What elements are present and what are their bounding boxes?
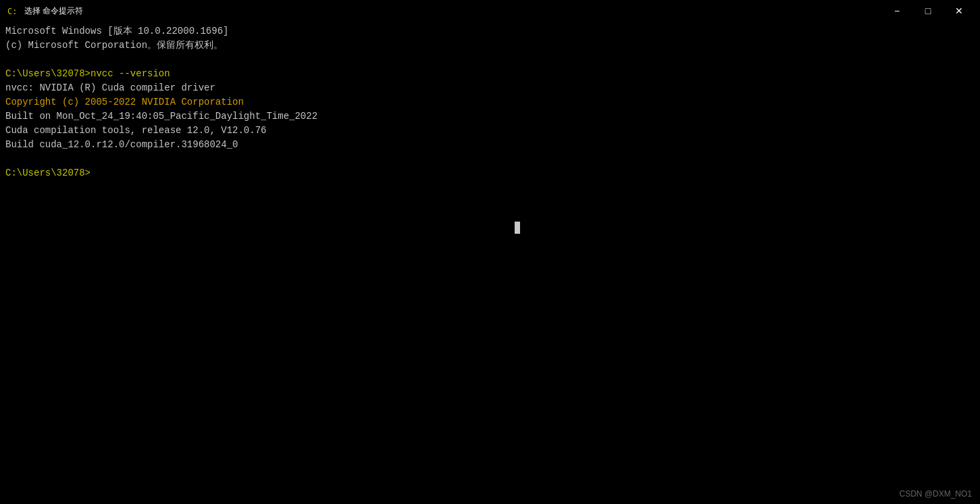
terminal-line: C:\Users\32078>nvcc --version [5, 67, 975, 81]
cmd-window: C:\ 选择 命令提示符 − □ ✕ Microsoft Windows [版本… [0, 0, 980, 504]
terminal-line [5, 53, 975, 67]
terminal-line: Build cuda_12.0.r12.0/compiler.31968024_… [5, 138, 975, 152]
terminal-line: nvcc: NVIDIA (R) Cuda compiler driver [5, 81, 975, 95]
svg-text:C:\: C:\ [7, 7, 18, 16]
terminal-line: Built on Mon_Oct_24_19:40:05_Pacific_Day… [5, 109, 975, 124]
terminal-line: Microsoft Windows [版本 10.0.22000.1696] [5, 24, 975, 39]
window-controls: − □ ✕ [881, 0, 975, 22]
terminal-line [5, 152, 975, 166]
minimize-button[interactable]: − [881, 0, 912, 22]
maximize-button[interactable]: □ [912, 0, 944, 22]
terminal-line: (c) Microsoft Corporation。保留所有权利。 [5, 39, 975, 53]
title-bar: C:\ 选择 命令提示符 − □ ✕ [0, 0, 980, 22]
terminal-line: Cuda compilation tools, release 12.0, V1… [5, 124, 975, 138]
terminal-cursor [515, 222, 520, 234]
close-button[interactable]: ✕ [944, 0, 975, 22]
terminal-line: Copyright (c) 2005-2022 NVIDIA Corporati… [5, 95, 975, 109]
watermark: CSDN @DXM_NO1 [899, 489, 972, 499]
terminal-body[interactable]: Microsoft Windows [版本 10.0.22000.1696] (… [0, 22, 980, 504]
cmd-icon: C:\ [5, 4, 19, 18]
terminal-prompt: C:\Users\32078> [5, 166, 975, 180]
window-title: 选择 命令提示符 [24, 5, 881, 17]
